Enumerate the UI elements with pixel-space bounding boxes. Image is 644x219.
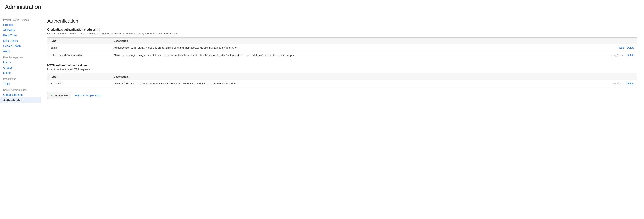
basic-http-actions: no options Delete: [605, 80, 638, 87]
actions-bar: + Add module Switch to simple mode: [47, 92, 638, 99]
authentication-page-title: Authentication: [47, 18, 638, 24]
http-section: HTTP authentication modules Used to auth…: [47, 64, 638, 87]
http-table-header-row: Type Description: [48, 73, 638, 80]
table-row: Token-Based Authentication Allow users t…: [48, 51, 638, 59]
http-col-actions-header: [605, 73, 638, 80]
sidebar-item-users[interactable]: Users: [0, 60, 40, 65]
token-auth-delete-link[interactable]: Delete: [627, 53, 634, 57]
add-module-label: Add module: [54, 94, 68, 97]
sidebar-item-global-settings[interactable]: Global Settings: [0, 92, 40, 97]
sidebar-item-roles[interactable]: Roles: [0, 70, 40, 75]
sidebar: Project-related Settings Projects All Bu…: [0, 13, 41, 219]
builtin-delete-link[interactable]: Delete: [627, 46, 634, 49]
sidebar-item-server-health[interactable]: Server Health: [0, 43, 40, 49]
add-module-button[interactable]: + Add module: [47, 92, 71, 99]
builtin-type: Built-in: [48, 44, 111, 51]
basic-http-desc: Allows BASIC HTTP authentication to auth…: [111, 80, 605, 87]
sidebar-item-tools[interactable]: Tools: [0, 81, 40, 86]
sidebar-section-project: Project-related Settings: [0, 16, 40, 22]
page-title: Administration: [5, 4, 639, 10]
sidebar-item-all-builds[interactable]: All Builds: [0, 27, 40, 33]
http-section-title: HTTP authentication modules: [47, 64, 638, 67]
plus-icon: +: [51, 94, 52, 97]
credentials-section-desc: Used to authenticate users after providi…: [47, 32, 638, 35]
http-col-desc-header: Description: [111, 73, 605, 80]
main-content: Authentication Credentials authenticatio…: [41, 13, 644, 219]
table-row: Basic HTTP Allows BASIC HTTP authenticat…: [48, 80, 638, 87]
token-auth-desc: Allow users to login using access tokens…: [111, 51, 605, 59]
sidebar-section-integrations: Integrations: [0, 75, 40, 81]
page-header: Administration: [0, 0, 644, 13]
builtin-edit-link[interactable]: Edit: [619, 46, 624, 49]
credentials-table: Type Description Built-in Authentication…: [47, 37, 638, 59]
sidebar-section-user-mgmt: User Management: [0, 54, 40, 60]
credentials-col-type-header: Type: [48, 38, 111, 44]
sidebar-item-build-time[interactable]: Build Time: [0, 33, 40, 38]
credentials-col-desc-header: Description: [111, 38, 605, 44]
credentials-help-icon[interactable]: ?: [97, 28, 100, 31]
switch-mode-link[interactable]: Switch to simple mode: [74, 94, 101, 97]
http-section-desc: Used to authenticate HTTP requests: [47, 68, 638, 71]
builtin-actions: Edit Delete: [605, 44, 638, 51]
credentials-table-header-row: Type Description: [48, 38, 638, 44]
sidebar-item-groups[interactable]: Groups: [0, 65, 40, 70]
table-row: Built-in Authentication with TeamCity-sp…: [48, 44, 638, 51]
basic-http-delete-link[interactable]: Delete: [627, 82, 634, 85]
sidebar-section-server-admin: Server Administration: [0, 86, 40, 92]
token-auth-type: Token-Based Authentication: [48, 51, 111, 59]
basic-http-type: Basic HTTP: [48, 80, 111, 87]
token-auth-no-options: no options: [610, 53, 623, 57]
credentials-section: Credentials authentication modules ? Use…: [47, 28, 638, 59]
token-auth-actions: no options Delete: [605, 51, 638, 59]
credentials-col-actions-header: [605, 38, 638, 44]
builtin-desc: Authentication with TeamCity-specific cr…: [111, 44, 605, 51]
credentials-section-title: Credentials authentication modules ?: [47, 28, 638, 31]
sidebar-item-disk-usage[interactable]: Disk Usage: [0, 38, 40, 43]
basic-http-no-options: no options: [610, 82, 623, 85]
http-col-type-header: Type: [48, 73, 111, 80]
sidebar-item-audit[interactable]: Audit: [0, 49, 40, 54]
sidebar-item-authentication[interactable]: Authentication: [0, 97, 40, 103]
sidebar-item-projects[interactable]: Projects: [0, 22, 40, 27]
http-table: Type Description Basic HTTP Allows BASIC…: [47, 73, 638, 87]
